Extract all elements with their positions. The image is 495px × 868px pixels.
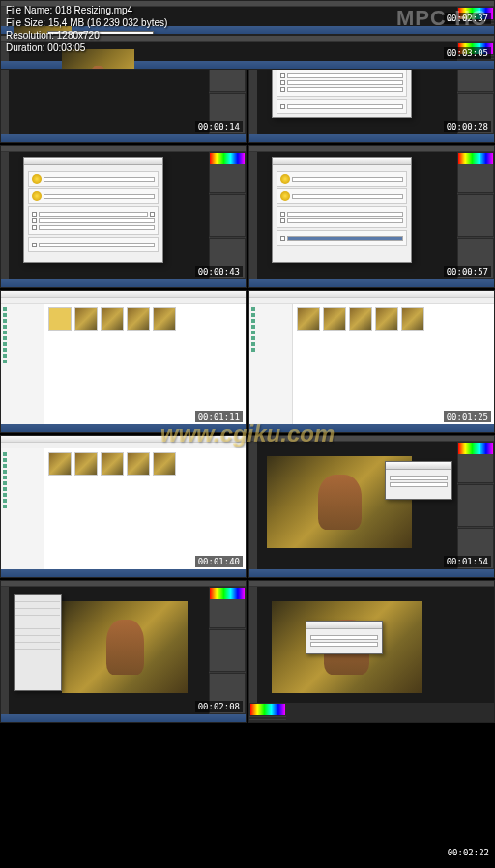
thumbnail-10[interactable]: [248, 580, 495, 723]
timestamp: 00:00:57: [444, 266, 491, 277]
timestamp: 00:00:28: [444, 121, 491, 132]
taskbar: [1, 134, 246, 142]
timestamp: 00:00:14: [195, 121, 243, 132]
timestamp: 00:02:22: [445, 847, 492, 858]
thumbnail-5[interactable]: 00:01:11: [0, 290, 247, 433]
timestamp: 00:01:54: [444, 556, 491, 567]
timestamp: 00:01:11: [195, 411, 243, 422]
explorer-content: [44, 304, 246, 424]
timestamp: 00:02:08: [195, 701, 243, 712]
context-menu: [14, 594, 62, 691]
thumbnail-grid: 00:00:14: [0, 0, 495, 868]
timestamp: 00:00:43: [195, 266, 243, 277]
thumbnail-3[interactable]: 00:00:43: [0, 145, 247, 288]
file-thumb: [74, 307, 98, 334]
dialog-box: [385, 461, 452, 500]
timestamp: 00:01:25: [444, 411, 491, 422]
thumbnail-9[interactable]: 00:02:08: [0, 580, 247, 723]
info-duration: Duration: 00:03:05: [6, 42, 489, 54]
file-thumb: [101, 307, 124, 334]
thumbnail-6[interactable]: 00:01:25: [248, 290, 495, 433]
thumbnail-4[interactable]: 00:00:57: [248, 145, 495, 288]
file-thumb: [153, 307, 176, 334]
thumbnail-8[interactable]: 00:01:54: [248, 435, 495, 578]
photo-content: [62, 601, 188, 693]
player-logo: MPC-HC: [396, 6, 487, 31]
image-processor-dialog: [23, 157, 163, 263]
file-info-overlay: File Name: 018 Resizing.mp4 File Size: 1…: [0, 0, 495, 58]
file-thumb: [48, 307, 72, 334]
dialog-box: [306, 621, 383, 654]
thumbnail-7[interactable]: 00:01:40: [0, 435, 247, 578]
file-thumb: [127, 307, 150, 334]
timestamp: 00:01:40: [195, 556, 243, 567]
image-processor-dialog: [272, 157, 412, 263]
explorer-nav: [1, 304, 44, 424]
